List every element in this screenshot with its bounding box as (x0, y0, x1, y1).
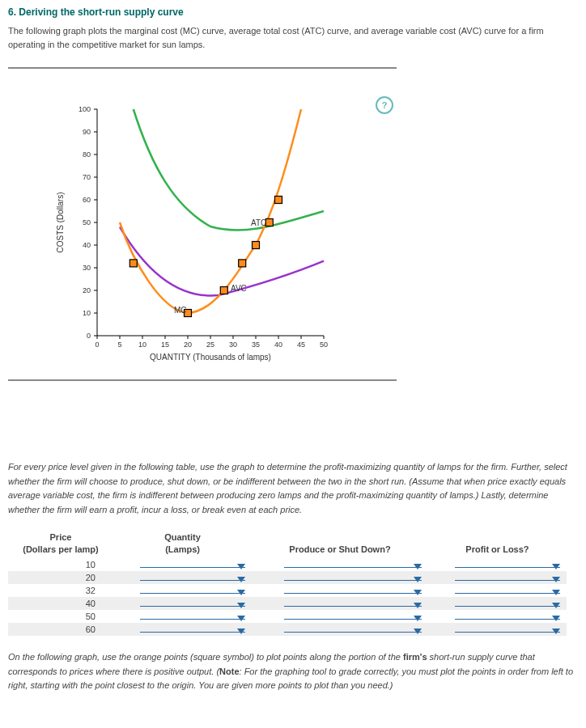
svg-text:15: 15 (161, 341, 169, 349)
svg-text:25: 25 (206, 341, 214, 349)
price-cell: 20 (8, 571, 113, 584)
profit-dropdown[interactable] (455, 567, 560, 568)
col-price: Price(Dollars per lamp) (8, 528, 113, 558)
table-row: 40 (8, 597, 567, 610)
price-cell: 40 (8, 597, 113, 610)
quantity-dropdown[interactable] (140, 593, 245, 594)
quantity-dropdown[interactable] (140, 580, 245, 581)
svg-text:20: 20 (83, 286, 91, 294)
svg-text:20: 20 (184, 341, 192, 349)
x-ticks: 0 5 10 15 20 25 30 35 40 45 50 (95, 336, 328, 349)
section-title: 6. Deriving the short-run supply curve (8, 6, 578, 18)
col-qty: Quantity(Lamps) (113, 528, 252, 558)
y-ticks: 0 10 20 30 40 50 60 70 80 90 100 (79, 105, 97, 340)
separator-top (8, 67, 397, 69)
svg-text:100: 100 (79, 105, 91, 113)
svg-rect-52 (275, 197, 282, 204)
quantity-dropdown[interactable] (140, 619, 245, 620)
produce-dropdown[interactable] (284, 619, 422, 620)
table-row: 50 (8, 610, 567, 623)
atc-label: ATC (251, 218, 266, 227)
svg-text:50: 50 (83, 218, 91, 226)
svg-text:30: 30 (229, 341, 237, 349)
svg-text:10: 10 (138, 341, 146, 349)
svg-rect-51 (265, 219, 273, 226)
svg-rect-50 (253, 242, 260, 249)
svg-text:40: 40 (274, 341, 282, 349)
quantity-dropdown[interactable] (140, 567, 245, 568)
mc-label: MC (174, 306, 187, 315)
svg-text:30: 30 (83, 264, 91, 272)
svg-text:80: 80 (83, 150, 91, 159)
table-row: 32 (8, 584, 567, 597)
price-cell: 50 (8, 610, 113, 623)
cost-chart-svg: 0 10 20 30 40 50 60 70 80 90 100 0 5 10 … (49, 93, 356, 368)
table-row: 60 (8, 623, 567, 636)
svg-text:70: 70 (83, 173, 91, 181)
svg-rect-49 (239, 260, 246, 267)
produce-dropdown[interactable] (284, 567, 422, 568)
mc-markers[interactable] (130, 197, 282, 317)
produce-dropdown[interactable] (284, 632, 422, 633)
price-cell: 10 (8, 558, 113, 571)
col-produce: Produce or Shut Down? (252, 528, 428, 558)
svg-text:35: 35 (252, 341, 260, 349)
y-axis-label: COSTS (Dollars) (56, 192, 65, 252)
mc-curve (120, 109, 301, 313)
table-row: 10 (8, 558, 567, 571)
price-cell: 60 (8, 623, 113, 636)
svg-text:0: 0 (87, 332, 91, 340)
svg-text:10: 10 (83, 309, 91, 317)
quantity-dropdown[interactable] (140, 606, 245, 607)
help-icon[interactable]: ? (376, 96, 393, 114)
cost-graph[interactable]: ? 0 10 20 30 40 50 60 70 80 90 100 (8, 93, 397, 368)
svg-rect-48 (220, 287, 227, 294)
svg-text:0: 0 (95, 341, 99, 349)
profit-dropdown[interactable] (455, 580, 560, 581)
separator-bottom (8, 379, 397, 381)
instructions-2: On the following graph, use the orange p… (8, 650, 578, 693)
profit-dropdown[interactable] (455, 606, 560, 607)
svg-rect-46 (130, 260, 137, 267)
answer-table: Price(Dollars per lamp) Quantity(Lamps) … (8, 528, 567, 636)
svg-text:50: 50 (320, 341, 328, 349)
profit-dropdown[interactable] (455, 632, 560, 633)
table-row: 20 (8, 571, 567, 584)
produce-dropdown[interactable] (284, 593, 422, 594)
svg-text:45: 45 (297, 341, 305, 349)
instructions-1: For every price level given in the follo… (8, 460, 578, 517)
atc-curve (134, 109, 324, 230)
avc-label: AVC (231, 284, 247, 293)
svg-text:5: 5 (117, 341, 121, 349)
svg-text:90: 90 (83, 128, 91, 136)
col-profit: Profit or Loss? (428, 528, 567, 558)
svg-text:40: 40 (83, 241, 91, 249)
profit-dropdown[interactable] (455, 593, 560, 594)
svg-text:60: 60 (83, 196, 91, 204)
produce-dropdown[interactable] (284, 606, 422, 607)
produce-dropdown[interactable] (284, 580, 422, 581)
quantity-dropdown[interactable] (140, 632, 245, 633)
price-cell: 32 (8, 584, 113, 597)
intro-text: The following graph plots the marginal c… (8, 24, 578, 51)
profit-dropdown[interactable] (455, 619, 560, 620)
x-axis-label: QUANTITY (Thousands of lamps) (150, 353, 271, 362)
